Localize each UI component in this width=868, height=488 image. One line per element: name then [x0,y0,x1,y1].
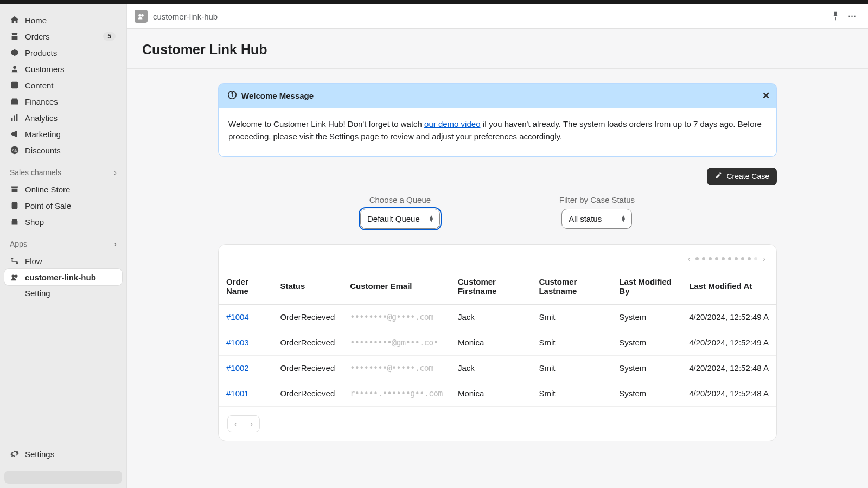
nav-customer-link-hub[interactable]: customer-link-hub [4,269,122,285]
create-case-button[interactable]: Create Case [707,168,777,185]
cases-table: Order Name Status Customer Email Custome… [219,267,776,407]
edit-icon [714,172,722,181]
nav-customers[interactable]: Customers [4,61,122,77]
nav-content[interactable]: Content [4,77,122,93]
flow-icon [10,256,20,266]
cell-modified-at: 4/20/2024, 12:52:49 A [681,304,776,330]
cell-lastname: Smit [531,304,611,330]
nav-label: Point of Sale [25,201,71,210]
queue-filter-label: Choose a Queue [369,195,431,204]
order-link[interactable]: #1004 [219,304,272,330]
apps-header[interactable]: Apps › [0,232,126,251]
cell-modified-by: System [611,304,681,330]
select-updown-icon: ▴▾ [430,215,433,222]
order-link[interactable]: #1003 [219,330,272,355]
cell-modified-at: 4/20/2024, 12:52:48 A [681,381,776,406]
footer-pill [4,471,122,484]
queue-select[interactable]: Default Queue ▴▾ [360,209,440,229]
window-topbar [0,0,868,4]
breadcrumb-text: customer-link-hub [153,12,218,21]
nav-orders[interactable]: Orders 5 [4,28,122,44]
nav-discounts[interactable]: % Discounts [4,142,122,158]
cell-firstname: Jack [450,355,532,381]
table-row: #1004OrderRecieved••••••••@g••••.comJack… [219,304,776,330]
finances-icon [10,97,20,106]
marketing-icon [10,129,20,139]
nav-shop[interactable]: Shop [4,214,122,230]
cell-email: ••••••••@g••••.com [342,304,450,330]
cell-modified-at: 4/20/2024, 12:52:48 A [681,355,776,381]
cell-email: •••••••••@gm•••.co• [342,330,450,355]
banner-text-pre: Welcome to Customer Link Hub! Don't forg… [228,119,424,129]
shop-icon [10,217,20,227]
cell-lastname: Smit [531,330,611,355]
orders-badge: 5 [103,32,116,41]
nav-label: Analytics [25,113,58,123]
columns-prev-icon[interactable]: ‹ [688,254,691,263]
col-firstname: Customer Firstname [450,267,532,305]
cases-table-card: ‹ › Order Name Status Customer Email [218,244,777,441]
table-row: #1001OrderRecievedr•••••.••••••g••.comMo… [219,381,776,406]
queue-select-value: Default Queue [367,214,420,223]
create-case-label: Create Case [726,172,769,181]
pin-icon[interactable] [831,11,840,22]
nav-home[interactable]: Home [4,12,122,28]
nav-analytics[interactable]: Analytics [4,110,122,126]
demo-video-link[interactable]: our demo video [424,119,480,129]
svg-point-11 [15,275,17,278]
nav-finances[interactable]: Finances [4,93,122,110]
welcome-banner: Welcome Message ✕ Welcome to Customer Li… [218,83,777,157]
status-select[interactable]: All status ▴▾ [561,209,632,229]
sales-channels-header[interactable]: Sales channels › [0,160,126,179]
svg-point-9 [16,262,18,265]
customers-icon [10,64,20,74]
home-icon [10,15,20,25]
info-icon [227,90,237,101]
svg-point-8 [11,258,14,260]
table-row: #1002OrderRecieved••••••••@•••••.comJack… [219,355,776,381]
chevron-right-icon: › [114,168,117,177]
nav-label: Orders [25,32,50,41]
cell-status: OrderRecieved [272,330,342,355]
pager-next[interactable]: › [244,416,260,432]
nav-label: Online Store [25,185,70,194]
svg-rect-3 [14,115,15,121]
analytics-icon [10,113,20,123]
banner-body: Welcome to Customer Link Hub! Don't forg… [219,108,776,156]
col-email: Customer Email [342,267,450,305]
cell-modified-by: System [611,330,681,355]
nav-label: Marketing [25,130,61,139]
svg-point-13 [141,14,144,17]
svg-point-0 [13,66,16,69]
nav-marketing[interactable]: Marketing [4,126,122,142]
cell-modified-by: System [611,381,681,406]
pos-icon [10,201,20,210]
pager-prev[interactable]: ‹ [228,416,244,432]
sidebar: Home Orders 5 Products Customers Content [0,4,127,488]
more-icon[interactable]: ⋯ [848,11,857,22]
order-link[interactable]: #1001 [219,381,272,406]
cell-status: OrderRecieved [272,355,342,381]
nav-flow[interactable]: Flow [4,253,122,269]
select-updown-icon: ▴▾ [622,215,625,222]
cell-status: OrderRecieved [272,381,342,406]
nav-settings[interactable]: Settings [4,446,122,462]
nav-online-store[interactable]: Online Store [4,181,122,197]
svg-rect-4 [16,114,18,121]
columns-dots [695,257,757,260]
nav-setting[interactable]: Setting [4,285,122,301]
app-icon [10,272,20,282]
order-link[interactable]: #1002 [219,355,272,381]
col-status: Status [272,267,342,305]
cell-firstname: Monica [450,381,532,406]
nav-label: Flow [25,256,42,266]
store-icon [10,184,20,194]
nav-point-of-sale[interactable]: Point of Sale [4,197,122,214]
columns-next-icon[interactable]: › [763,254,765,263]
nav-label: Customers [25,65,65,74]
nav-products[interactable]: Products [4,44,122,61]
nav-label: Products [25,48,57,57]
table-row: #1003OrderRecieved•••••••••@gm•••.co•Mon… [219,330,776,355]
col-order-name: Order Name [219,267,272,305]
close-icon[interactable]: ✕ [762,90,770,101]
